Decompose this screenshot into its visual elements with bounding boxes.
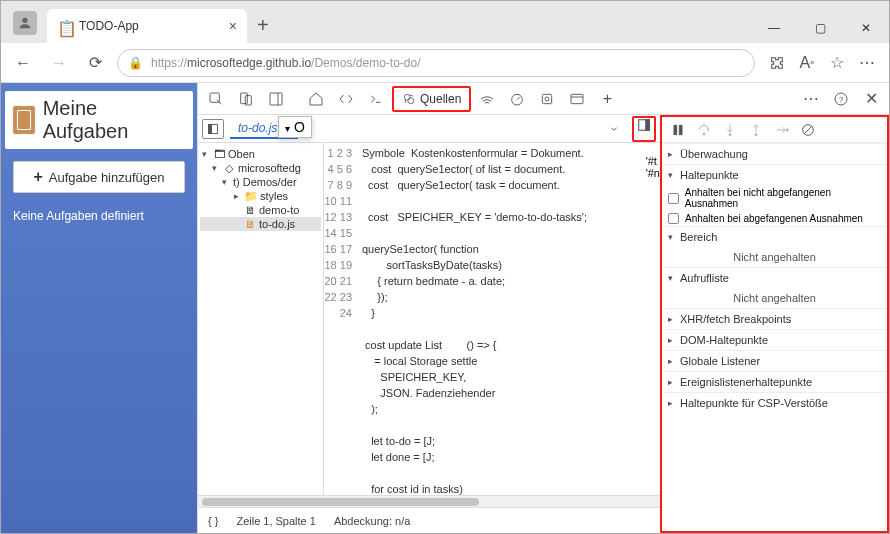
inspect-icon[interactable] — [202, 86, 230, 112]
pause-caught-checkbox[interactable]: Anhalten bei abgefangenen Ausnahmen — [662, 211, 887, 226]
svg-rect-18 — [646, 119, 650, 130]
back-button[interactable]: ← — [9, 49, 37, 77]
callstack-section[interactable]: ▾Aufrufliste — [662, 268, 887, 288]
coverage-status: Abdeckung: n/a — [334, 515, 410, 527]
line-gutter: 1 2 3 4 5 6 7 8 9 10 11 12 13 14 15 16 1… — [324, 143, 358, 495]
svg-point-8 — [512, 94, 523, 105]
sources-tab-label: Quellen — [420, 92, 461, 106]
step-over-icon[interactable] — [692, 119, 716, 141]
url-box[interactable]: 🔒 https://microsoftedge.github.io/Demos/… — [117, 49, 755, 77]
maximize-button[interactable]: ▢ — [797, 13, 843, 43]
deactivate-bp-icon[interactable] — [796, 119, 820, 141]
cursor-position: Zeile 1, Spalte 1 — [236, 515, 316, 527]
empty-state: Keine Aufgaben definiert — [5, 205, 193, 227]
debugger-pane: ▸Überwachung ▾Haltepunkte Anhalten bei n… — [660, 115, 889, 533]
address-bar: ← → ⟳ 🔒 https://microsoftedge.github.io/… — [1, 43, 889, 83]
elements-tab-icon[interactable] — [332, 86, 360, 112]
file-tab-label: to-do.js — [238, 121, 277, 135]
device-icon[interactable] — [232, 86, 260, 112]
watch-section[interactable]: ▸Überwachung — [662, 144, 887, 164]
pause-icon[interactable] — [666, 119, 690, 141]
event-listeners-section[interactable]: ▸Ereignislistenerhaltepunkte — [662, 372, 887, 392]
code-content: Symbole Kostenkostenformular = Dokument.… — [358, 143, 646, 495]
tab-favicon: 📋 — [57, 19, 71, 33]
close-window-button[interactable]: ✕ — [843, 13, 889, 43]
listeners-section[interactable]: ▸Globale Listener — [662, 351, 887, 371]
svg-line-29 — [804, 126, 812, 134]
pause-uncaught-checkbox[interactable]: Anhalten bei nicht abgefangenen Ausnahme… — [662, 185, 887, 211]
file-tree[interactable]: ▾🗔Oben ▾◇microsoftedg ▾t) Demos/der ▸📁st… — [198, 143, 324, 495]
network-icon[interactable] — [473, 86, 501, 112]
minimize-button[interactable]: — — [751, 13, 797, 43]
app-icon[interactable] — [563, 86, 591, 112]
step-icon[interactable] — [770, 119, 794, 141]
add-task-button[interactable]: + Aufgabe hinzufügen — [13, 161, 185, 193]
svg-point-25 — [755, 133, 757, 135]
step-into-icon[interactable] — [718, 119, 742, 141]
braces-icon[interactable]: { } — [208, 515, 218, 527]
plus-icon: + — [34, 168, 43, 186]
breakpoints-section[interactable]: ▾Haltepunkte — [662, 165, 887, 185]
scope-section[interactable]: ▾Bereich — [662, 227, 887, 247]
page-title: Meine Aufgaben — [43, 97, 185, 143]
favorite-icon[interactable]: ☆ — [823, 49, 851, 77]
close-tab-icon[interactable]: × — [229, 18, 237, 34]
svg-rect-4 — [270, 93, 282, 105]
svg-rect-9 — [543, 94, 552, 103]
add-task-label: Aufgabe hinzufügen — [49, 170, 165, 185]
devtools-toolbar: Quellen + ⋯ ? ✕ — [198, 83, 889, 115]
settings-icon[interactable]: ⋯ — [797, 86, 825, 112]
svg-rect-16 — [209, 124, 212, 133]
browser-tab[interactable]: 📋 TODO-App × — [47, 9, 247, 43]
svg-rect-20 — [679, 125, 682, 134]
welcome-tab-icon[interactable] — [302, 86, 330, 112]
new-tab-button[interactable]: + — [257, 14, 269, 37]
reload-button[interactable]: ⟳ — [81, 49, 109, 77]
svg-rect-2 — [241, 93, 248, 104]
dock-icon[interactable] — [262, 86, 290, 112]
svg-point-21 — [703, 133, 705, 135]
svg-rect-19 — [674, 125, 677, 134]
url-text: https://microsoftedge.github.io/Demos/de… — [151, 56, 421, 70]
csp-section[interactable]: ▸Haltepunkte für CSP-Verstöße — [662, 393, 887, 413]
console-tab-icon[interactable] — [362, 86, 390, 112]
svg-point-27 — [786, 129, 788, 131]
performance-icon[interactable] — [503, 86, 531, 112]
step-out-icon[interactable] — [744, 119, 768, 141]
svg-point-0 — [22, 18, 27, 23]
scope-not-paused: Nicht angehalten — [662, 247, 887, 267]
svg-point-7 — [408, 97, 414, 103]
code-editor[interactable]: 1 2 3 4 5 6 7 8 9 10 11 12 13 14 15 16 1… — [324, 143, 660, 495]
sources-tab[interactable]: Quellen — [392, 86, 471, 112]
clipboard-icon — [13, 106, 35, 134]
toggle-debugger-pane[interactable] — [632, 116, 656, 142]
extension-icon[interactable] — [763, 49, 791, 77]
svg-point-6 — [404, 94, 410, 100]
help-icon[interactable]: ? — [827, 86, 855, 112]
close-devtools-icon[interactable]: ✕ — [857, 86, 885, 112]
navigator-page-icon[interactable] — [202, 119, 224, 139]
page-content: Meine Aufgaben + Aufgabe hinzufügen Kein… — [1, 83, 197, 533]
horizontal-scrollbar[interactable] — [198, 495, 660, 507]
dropdown-menu[interactable]: ▾ O — [278, 116, 312, 138]
callstack-not-paused: Nicht angehalten — [662, 288, 887, 308]
editor-status: { } Zeile 1, Spalte 1 Abdeckung: n/a — [198, 507, 660, 533]
more-files-icon[interactable] — [600, 116, 628, 142]
reading-icon[interactable]: A» — [793, 49, 821, 77]
svg-point-10 — [545, 97, 549, 101]
forward-button: → — [45, 49, 73, 77]
svg-point-23 — [729, 133, 731, 135]
menu-icon[interactable]: ⋯ — [853, 49, 881, 77]
svg-rect-11 — [571, 94, 583, 103]
profile-avatar[interactable] — [13, 11, 37, 35]
debugger-toolbar — [662, 117, 887, 143]
xhr-section[interactable]: ▸XHR/fetch Breakpoints — [662, 309, 887, 329]
lock-icon: 🔒 — [128, 56, 143, 70]
memory-icon[interactable] — [533, 86, 561, 112]
titlebar: 📋 TODO-App × + — ▢ ✕ — [1, 1, 889, 43]
tab-title: TODO-App — [79, 19, 221, 33]
more-tabs-icon[interactable]: + — [593, 86, 621, 112]
svg-text:?: ? — [839, 94, 844, 103]
devtools: Quellen + ⋯ ? ✕ to-do.js × — [197, 83, 889, 533]
dom-section[interactable]: ▸DOM-Haltepunkte — [662, 330, 887, 350]
